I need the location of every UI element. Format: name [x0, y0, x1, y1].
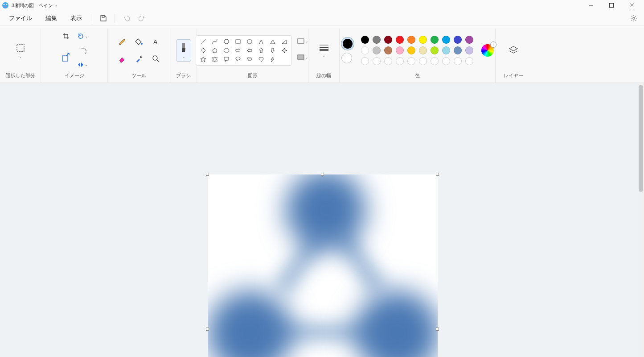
shape-rect-icon[interactable] — [234, 38, 242, 45]
shape-polygon-icon[interactable] — [257, 38, 266, 45]
color-swatch[interactable] — [465, 46, 473, 54]
color-swatch-empty[interactable] — [373, 57, 381, 65]
crop-button[interactable] — [59, 30, 73, 42]
redo-button[interactable] — [135, 12, 150, 25]
stroke-width-dropdown[interactable]: ⌄ — [313, 41, 335, 60]
color-swatch-empty[interactable] — [431, 57, 439, 65]
group-label: 線の幅 — [316, 71, 331, 80]
color-swatch[interactable] — [465, 36, 473, 44]
undo-button[interactable] — [119, 12, 134, 25]
color-swatch[interactable] — [431, 46, 439, 54]
color-swatch[interactable] — [384, 46, 392, 54]
menu-view[interactable]: 表示 — [64, 12, 88, 24]
color-swatch-empty[interactable] — [407, 57, 415, 65]
shape-line-icon[interactable] — [199, 38, 208, 45]
brush-dropdown[interactable]: ⌄ — [176, 39, 191, 62]
color-swatch[interactable] — [442, 36, 450, 44]
color-swatch[interactable] — [384, 36, 392, 44]
maximize-button[interactable] — [601, 0, 622, 11]
shape-callout-cloud-icon[interactable] — [245, 56, 254, 62]
shape-curve-icon[interactable] — [210, 38, 219, 45]
flip-button[interactable] — [76, 45, 90, 56]
settings-button[interactable] — [626, 12, 641, 25]
color-swatch[interactable] — [396, 36, 404, 44]
fill-tool[interactable] — [131, 34, 147, 50]
shape-outline-button[interactable]: ⌄ — [296, 35, 310, 47]
svg-point-9 — [633, 17, 635, 19]
secondary-color-swatch[interactable] — [341, 53, 352, 63]
color-swatch-empty[interactable] — [384, 57, 392, 65]
color-swatch[interactable] — [407, 46, 415, 54]
zoom-tool[interactable] — [148, 51, 164, 66]
color-swatch[interactable] — [373, 36, 381, 44]
menu-file[interactable]: ファイル — [3, 12, 38, 24]
primary-color-swatch[interactable] — [341, 37, 354, 50]
color-swatch-empty[interactable] — [454, 57, 462, 65]
svg-rect-21 — [247, 40, 252, 43]
shape-triangle-icon[interactable] — [268, 38, 277, 45]
eraser-tool[interactable] — [115, 51, 130, 66]
shape-roundrect-icon[interactable] — [245, 38, 254, 45]
minimize-button[interactable] — [581, 0, 601, 11]
vertical-scrollbar[interactable] — [638, 83, 644, 357]
color-swatch-empty[interactable] — [361, 57, 369, 65]
layers-icon — [508, 45, 519, 56]
color-swatch[interactable] — [419, 46, 427, 54]
shape-pentagon-icon[interactable] — [210, 47, 219, 54]
shape-callout-oval-icon[interactable] — [234, 56, 242, 62]
rotate-button[interactable]: ⌄ — [76, 30, 90, 42]
color-swatch[interactable] — [454, 46, 462, 54]
color-swatch[interactable] — [442, 46, 450, 54]
resize-button[interactable]: ⌄ — [76, 59, 90, 71]
svg-rect-22 — [224, 57, 229, 60]
pencil-tool[interactable] — [115, 34, 130, 50]
shape-oval-icon[interactable] — [222, 38, 231, 45]
shape-arrow-down-icon[interactable] — [268, 47, 277, 54]
color-swatch-empty[interactable] — [442, 57, 450, 65]
text-tool[interactable]: A — [148, 34, 164, 50]
color-swatch[interactable] — [361, 36, 369, 44]
shape-arrow-left-icon[interactable] — [245, 47, 254, 54]
color-swatch-empty[interactable] — [465, 57, 473, 65]
color-swatch-empty[interactable] — [419, 57, 427, 65]
menu-edit[interactable]: 編集 — [39, 12, 63, 24]
resize-handle[interactable] — [436, 173, 439, 176]
group-label: 色 — [415, 71, 420, 80]
color-swatch[interactable] — [373, 46, 381, 54]
shape-hexagon-icon[interactable] — [222, 47, 231, 54]
canvas[interactable] — [208, 174, 438, 357]
shape-5star-icon[interactable] — [199, 56, 208, 62]
shape-right-triangle-icon[interactable] — [280, 38, 289, 45]
color-swatch[interactable] — [454, 36, 462, 44]
shape-callout-rect-icon[interactable] — [222, 56, 231, 62]
shape-heart-icon[interactable] — [257, 56, 266, 62]
resize-handle[interactable] — [206, 173, 209, 176]
selection-tool[interactable]: ⌄ — [10, 40, 31, 61]
select-free-button[interactable] — [59, 52, 73, 63]
close-button[interactable] — [622, 0, 642, 11]
shape-arrow-up-icon[interactable] — [257, 47, 266, 54]
resize-handle[interactable] — [321, 173, 324, 176]
color-swatch[interactable] — [431, 36, 439, 44]
shape-fill-button[interactable]: ⌄ — [296, 51, 310, 63]
edit-colors-button[interactable] — [481, 44, 494, 57]
color-swatch[interactable] — [407, 36, 415, 44]
shape-lightning-icon[interactable] — [268, 56, 277, 62]
shape-arrow-right-icon[interactable] — [234, 47, 242, 54]
save-button[interactable] — [96, 12, 111, 25]
shape-6star-icon[interactable] — [210, 56, 219, 62]
picker-tool[interactable] — [131, 51, 147, 66]
group-shapes: ⌄ ⌄ 図形 — [197, 29, 308, 83]
color-swatch-empty[interactable] — [396, 57, 404, 65]
color-swatch[interactable] — [361, 46, 369, 54]
shape-gallery[interactable] — [196, 35, 292, 66]
shape-4star-icon[interactable] — [280, 47, 289, 54]
layers-button[interactable] — [503, 42, 524, 58]
resize-handle[interactable] — [436, 328, 439, 331]
scrollbar-thumb[interactable] — [639, 85, 643, 192]
color-swatch[interactable] — [396, 46, 404, 54]
color-swatch[interactable] — [419, 36, 427, 44]
shape-diamond-icon[interactable] — [199, 47, 208, 54]
resize-handle[interactable] — [206, 328, 209, 331]
canvas-area[interactable] — [0, 83, 644, 357]
